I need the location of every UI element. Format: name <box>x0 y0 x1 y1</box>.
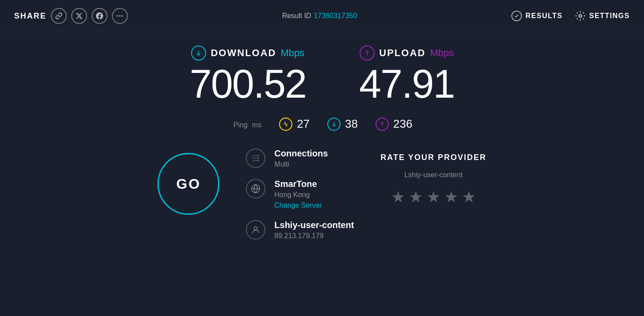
share-label: SHARE <box>14 11 46 21</box>
result-id[interactable]: 17360317350 <box>314 12 357 20</box>
jitter-value: 27 <box>297 117 310 131</box>
connections-item: Connections Multi <box>246 148 354 168</box>
result-label: Result ID <box>282 12 311 20</box>
nav-section: RESULTS SETTINGS <box>511 11 630 21</box>
facebook-icon[interactable] <box>92 8 107 24</box>
star-rating[interactable]: ★ ★ ★ ★ ★ <box>391 188 476 206</box>
more-icon[interactable] <box>112 8 128 24</box>
download-title: DOWNLOAD <box>211 47 276 59</box>
server-location: Hong Kong <box>274 191 322 199</box>
svg-point-2 <box>122 15 123 17</box>
link-icon[interactable] <box>51 8 67 24</box>
user-item: Lshiy-user-content 89.213.179.179 <box>246 220 354 240</box>
download-block: DOWNLOAD Mbps 700.52 <box>190 46 306 104</box>
star-2[interactable]: ★ <box>409 188 423 206</box>
download-unit: Mbps <box>280 47 304 59</box>
user-name: Lshiy-user-content <box>274 220 354 230</box>
star-5[interactable]: ★ <box>462 188 476 206</box>
server-globe-icon <box>246 179 265 198</box>
download-ping-item: 38 <box>327 117 358 131</box>
svg-point-1 <box>119 15 121 17</box>
share-section: SHARE <box>14 8 128 24</box>
server-text: SmarTone Hong Kong Change Server <box>274 179 322 209</box>
results-nav[interactable]: RESULTS <box>511 11 563 21</box>
ping-label: Ping ms <box>232 118 261 130</box>
check-icon <box>511 11 522 21</box>
server-item: SmarTone Hong Kong Change Server <box>246 179 354 209</box>
star-3[interactable]: ★ <box>426 188 441 206</box>
upload-block: UPLOAD Mbps 47.91 <box>359 46 454 104</box>
go-button[interactable]: GO <box>157 153 219 215</box>
settings-label: SETTINGS <box>589 12 630 20</box>
svg-point-3 <box>579 15 582 17</box>
user-icon <box>246 220 265 240</box>
upload-title: UPLOAD <box>379 47 426 59</box>
user-text: Lshiy-user-content 89.213.179.179 <box>274 220 354 240</box>
download-value: 700.52 <box>190 64 306 104</box>
ping-section: Ping ms 27 38 236 <box>232 117 413 131</box>
star-4[interactable]: ★ <box>444 188 458 206</box>
upload-value: 47.91 <box>359 64 454 104</box>
header: SHARE Result ID 17360317350 <box>0 0 644 32</box>
upload-ping-value: 236 <box>393 117 412 131</box>
upload-label: UPLOAD Mbps <box>360 46 454 61</box>
user-ip: 89.213.179.179 <box>274 232 354 240</box>
download-ping-value: 38 <box>345 117 358 131</box>
upload-ping-item: 236 <box>376 117 412 131</box>
settings-nav[interactable]: SETTINGS <box>575 11 630 21</box>
connections-icon <box>246 148 265 168</box>
jitter-item: 27 <box>279 117 310 131</box>
connections-title: Connections <box>274 148 328 159</box>
download-ping-icon <box>327 118 341 131</box>
connections-text: Connections Multi <box>274 148 328 168</box>
connections-value: Multi <box>274 160 328 168</box>
result-section: Result ID 17360317350 <box>282 12 357 20</box>
gear-icon <box>575 11 586 21</box>
server-name: SmarTone <box>274 179 322 189</box>
download-label: DOWNLOAD Mbps <box>191 46 304 61</box>
results-label: RESULTS <box>525 12 563 20</box>
jitter-icon <box>279 118 292 131</box>
change-server-link[interactable]: Change Server <box>274 202 322 209</box>
rate-title: RATE YOUR PROVIDER <box>380 153 486 162</box>
star-1[interactable]: ★ <box>391 188 405 206</box>
main-content: DOWNLOAD Mbps 700.52 UPLOAD Mbps 47.91 P… <box>0 32 644 240</box>
speed-section: DOWNLOAD Mbps 700.52 UPLOAD Mbps 47.91 <box>190 46 455 104</box>
go-label: GO <box>176 176 201 192</box>
upload-ping-icon <box>376 118 389 131</box>
upload-unit: Mbps <box>430 47 454 59</box>
info-list: Connections Multi SmarTone Hong Kong Cha… <box>246 148 354 240</box>
twitter-icon[interactable] <box>71 8 87 24</box>
rate-section: RATE YOUR PROVIDER Lshiy-user-content ★ … <box>380 153 486 206</box>
bottom-section: GO Connections Multi <box>0 148 644 240</box>
rate-provider-name: Lshiy-user-content <box>404 171 463 179</box>
svg-point-5 <box>254 227 257 230</box>
download-arrow-icon <box>191 46 206 61</box>
svg-point-0 <box>117 15 118 17</box>
upload-arrow-icon <box>360 46 375 61</box>
